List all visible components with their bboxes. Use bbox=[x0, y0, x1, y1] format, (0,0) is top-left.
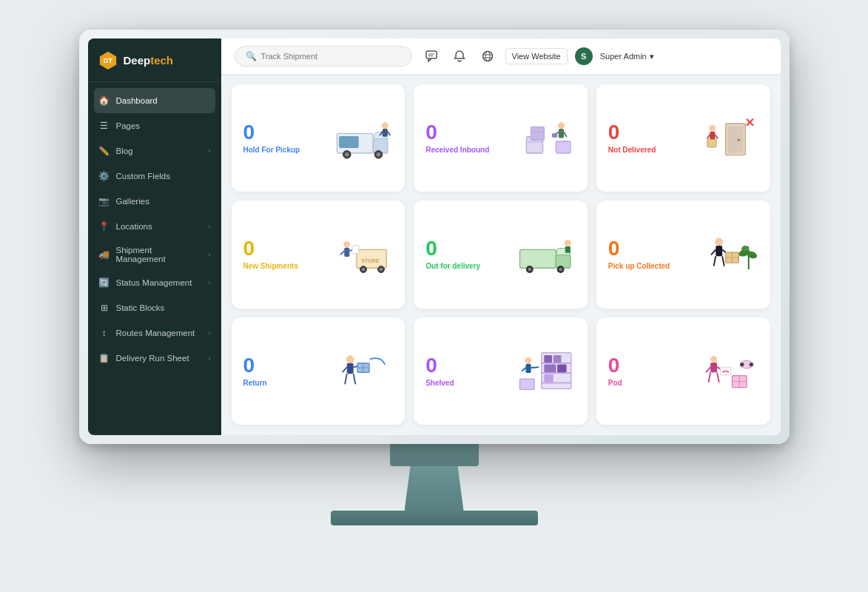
stat-card-out-for-delivery[interactable]: 0 Out for delivery bbox=[414, 201, 588, 308]
delivery-chevron: › bbox=[209, 354, 211, 362]
svg-line-81 bbox=[345, 374, 347, 384]
stat-left-pod: 0 Pod bbox=[608, 355, 622, 387]
stat-number-hold: 0 bbox=[243, 122, 300, 143]
stat-number-new-shipments: 0 bbox=[243, 238, 298, 259]
svg-point-17 bbox=[382, 122, 388, 129]
header-icons: View Website S Super Admin ▾ bbox=[421, 46, 654, 67]
svg-line-49 bbox=[340, 251, 344, 255]
svg-point-59 bbox=[565, 240, 571, 246]
search-input[interactable] bbox=[261, 52, 401, 61]
svg-point-74 bbox=[346, 355, 354, 363]
galleries-icon: 📷 bbox=[98, 195, 110, 207]
svg-rect-30 bbox=[556, 141, 571, 153]
sidebar-item-shipment-management[interactable]: 🚚 Shipment Management › bbox=[88, 239, 221, 270]
stat-label-shelved: Shelved bbox=[425, 379, 454, 387]
svg-rect-29 bbox=[552, 133, 557, 137]
svg-rect-22 bbox=[531, 127, 544, 140]
chat-icon bbox=[425, 50, 437, 62]
svg-rect-88 bbox=[554, 355, 562, 363]
stat-card-hold-for-pickup[interactable]: 0 Hold For Pickup bbox=[232, 84, 406, 192]
view-website-label: View Website bbox=[512, 52, 561, 61]
search-bar[interactable]: 🔍 bbox=[235, 46, 412, 67]
sidebar-item-delivery-run-sheet[interactable]: 📋 Delivery Run Sheet › bbox=[88, 346, 221, 371]
blog-icon: ✏️ bbox=[98, 145, 110, 157]
admin-avatar: S bbox=[575, 47, 593, 65]
svg-point-6 bbox=[485, 52, 490, 61]
stat-card-pickup-collected[interactable]: 0 Pick up Collected bbox=[596, 201, 770, 308]
stat-card-shelved[interactable]: 0 Shelved bbox=[414, 317, 588, 425]
stat-left-inbound: 0 Received Inbound bbox=[425, 122, 489, 154]
stat-label-hold: Hold For Pickup bbox=[243, 146, 300, 154]
svg-line-101 bbox=[708, 373, 710, 383]
sidebar: DT Deeptech 🏠 Dashboard ☰ Pages bbox=[88, 38, 221, 435]
admin-menu[interactable]: Super Admin ▾ bbox=[600, 52, 654, 61]
stat-card-return[interactable]: 0 Return bbox=[232, 317, 406, 425]
svg-point-97 bbox=[710, 356, 717, 363]
stat-illus-inbound bbox=[517, 112, 576, 164]
stat-number-pickup: 0 bbox=[608, 238, 670, 259]
svg-point-44 bbox=[362, 268, 365, 271]
svg-rect-98 bbox=[710, 363, 717, 372]
locations-icon: 📍 bbox=[98, 221, 110, 232]
view-website-button[interactable]: View Website bbox=[505, 48, 568, 64]
stat-card-received-inbound[interactable]: 0 Received Inbound bbox=[414, 84, 588, 192]
stat-number-inbound: 0 bbox=[425, 122, 489, 143]
svg-rect-52 bbox=[519, 249, 556, 268]
stat-number-pod: 0 bbox=[608, 355, 622, 376]
globe-icon bbox=[482, 50, 494, 62]
svg-line-99 bbox=[705, 367, 710, 372]
stat-left-out-delivery: 0 Out for delivery bbox=[425, 238, 480, 270]
svg-point-92 bbox=[525, 357, 531, 364]
stat-card-new-shipments[interactable]: 0 New Shipments STORE bbox=[232, 201, 406, 308]
sidebar-item-routes-management[interactable]: ↕️ Routes Management › bbox=[88, 320, 221, 346]
globe-icon-button[interactable] bbox=[477, 46, 498, 67]
svg-line-20 bbox=[388, 131, 391, 135]
svg-line-94 bbox=[522, 368, 525, 371]
status-chevron: › bbox=[209, 279, 211, 286]
stat-card-pod[interactable]: 0 Pod bbox=[596, 317, 770, 425]
chat-icon-button[interactable] bbox=[421, 46, 442, 67]
stat-left-new-shipments: 0 New Shipments bbox=[243, 238, 298, 270]
stat-illus-shelved bbox=[517, 345, 576, 397]
stat-label-not-delivered: Not Delivered bbox=[608, 146, 656, 154]
svg-point-33 bbox=[737, 138, 740, 141]
svg-rect-86 bbox=[542, 383, 571, 384]
notification-icon-button[interactable] bbox=[449, 46, 470, 67]
stat-number-out-delivery: 0 bbox=[425, 238, 480, 259]
main-area: 🔍 bbox=[221, 38, 781, 435]
stat-card-not-delivered[interactable]: 0 Not Delivered bbox=[596, 84, 770, 192]
sidebar-item-custom-fields[interactable]: ⚙️ Custom Fields bbox=[88, 164, 221, 189]
svg-rect-60 bbox=[565, 246, 571, 253]
svg-line-65 bbox=[713, 256, 716, 266]
sidebar-item-dashboard[interactable]: 🏠 Dashboard bbox=[94, 88, 215, 113]
svg-point-109 bbox=[749, 363, 753, 366]
svg-rect-89 bbox=[544, 365, 556, 373]
stat-left-pickup: 0 Pick up Collected bbox=[608, 238, 670, 270]
svg-point-57 bbox=[559, 268, 562, 271]
sidebar-item-pages[interactable]: ☰ Pages bbox=[88, 113, 221, 138]
pages-icon: ☰ bbox=[98, 120, 110, 132]
monitor-wrapper: DT Deeptech 🏠 Dashboard ☰ Pages bbox=[64, 30, 804, 562]
sidebar-item-status-management[interactable]: 🔄 Status Management › bbox=[88, 270, 221, 295]
sidebar-item-blog[interactable]: ✏️ Blog › bbox=[88, 138, 221, 164]
logo-text: Deeptech bbox=[124, 54, 174, 67]
stat-label-out-delivery: Out for delivery bbox=[425, 262, 480, 270]
svg-line-76 bbox=[343, 367, 347, 372]
sidebar-item-static-blocks[interactable]: ⊞ Static Blocks bbox=[88, 295, 221, 320]
stat-number-return: 0 bbox=[243, 355, 267, 376]
sidebar-item-galleries[interactable]: 📷 Galleries bbox=[88, 189, 221, 214]
logo-area: DT Deeptech bbox=[88, 38, 221, 82]
svg-rect-51 bbox=[352, 246, 359, 254]
blog-chevron: › bbox=[209, 147, 211, 155]
svg-point-5 bbox=[482, 52, 492, 61]
svg-line-28 bbox=[564, 132, 567, 136]
shipment-icon: 🚚 bbox=[98, 249, 110, 260]
svg-line-95 bbox=[531, 367, 539, 368]
svg-point-14 bbox=[377, 152, 380, 156]
svg-rect-93 bbox=[525, 364, 531, 373]
svg-rect-90 bbox=[557, 365, 566, 373]
sidebar-item-locations[interactable]: 📍 Locations › bbox=[88, 214, 221, 239]
svg-point-34 bbox=[709, 124, 716, 131]
svg-rect-62 bbox=[716, 246, 722, 256]
svg-line-82 bbox=[354, 374, 356, 384]
